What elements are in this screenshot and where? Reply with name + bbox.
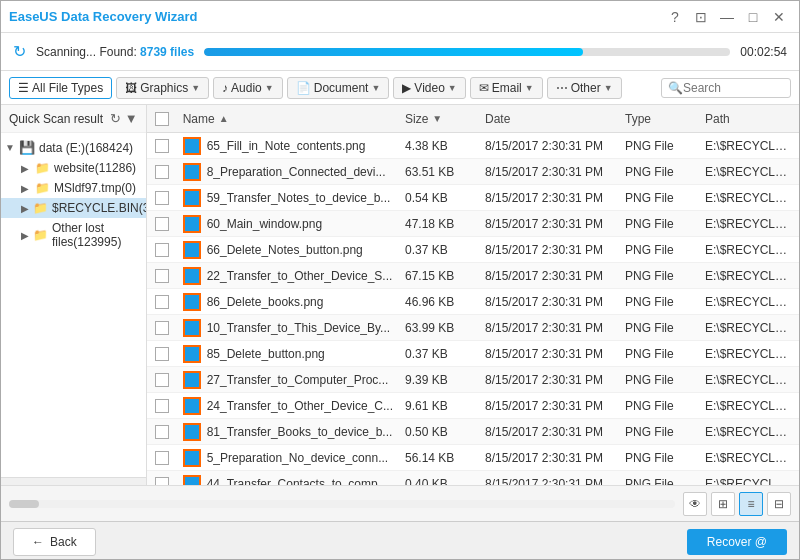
table-row[interactable]: 86_Delete_books.png 46.96 KB 8/15/2017 2… — [147, 289, 799, 315]
header-type[interactable]: Type — [619, 112, 699, 126]
file-name: 65_Fill_in_Note_contents.png — [207, 139, 366, 153]
close-button[interactable]: ✕ — [767, 5, 791, 29]
refresh-icon[interactable]: ↻ — [110, 111, 121, 126]
video-icon: ▶ — [402, 81, 411, 95]
table-row[interactable]: 44_Transfer_Contacts_to_comp... 0.40 KB … — [147, 471, 799, 485]
file-type-cell: PNG File — [619, 243, 699, 257]
folder-icon: 📁 — [35, 181, 50, 195]
tree-item-other-lost[interactable]: ▶ 📁 Other lost files(123995) — [1, 218, 146, 252]
file-list: Name ▲ Size ▼ Date Type Path 65_Fill_in_… — [147, 105, 799, 485]
table-row[interactable]: 59_Transfer_Notes_to_device_b... 0.54 KB… — [147, 185, 799, 211]
horizontal-scrollbar[interactable] — [9, 500, 675, 508]
file-size-cell: 67.15 KB — [399, 269, 479, 283]
row-checkbox[interactable] — [155, 451, 169, 465]
row-checkbox[interactable] — [155, 139, 169, 153]
row-checkbox[interactable] — [155, 191, 169, 205]
file-date-cell: 8/15/2017 2:30:31 PM — [479, 451, 619, 465]
table-row[interactable]: 24_Transfer_to_Other_Device_C... 9.61 KB… — [147, 393, 799, 419]
header-size[interactable]: Size ▼ — [399, 112, 479, 126]
row-checkbox[interactable] — [155, 425, 169, 439]
row-checkbox-cell[interactable] — [147, 373, 177, 387]
register-button[interactable]: ⊡ — [689, 5, 713, 29]
email-icon: ✉ — [479, 81, 489, 95]
table-row[interactable]: 81_Transfer_Books_to_device_b... 0.50 KB… — [147, 419, 799, 445]
maximize-button[interactable]: □ — [741, 5, 765, 29]
table-row[interactable]: 10_Transfer_to_This_Device_By... 63.99 K… — [147, 315, 799, 341]
table-row[interactable]: 22_Transfer_to_Other_Device_S... 67.15 K… — [147, 263, 799, 289]
tree-item-website[interactable]: ▶ 📁 website(11286) — [1, 158, 146, 178]
filter-email[interactable]: ✉ Email ▼ — [470, 77, 543, 99]
row-checkbox-cell[interactable] — [147, 243, 177, 257]
row-checkbox-cell[interactable] — [147, 451, 177, 465]
row-checkbox[interactable] — [155, 269, 169, 283]
minimize-button[interactable]: — — [715, 5, 739, 29]
back-button[interactable]: ← ← Back Back — [13, 528, 96, 556]
file-size-cell: 0.54 KB — [399, 191, 479, 205]
chevron-down-icon[interactable]: ▼ — [125, 111, 138, 126]
back-arrow-icon: ← — [32, 535, 44, 549]
row-checkbox[interactable] — [155, 373, 169, 387]
row-checkbox[interactable] — [155, 217, 169, 231]
select-all-checkbox[interactable] — [155, 112, 169, 126]
grid-view-button[interactable]: ⊞ — [711, 492, 735, 516]
file-list-header: Name ▲ Size ▼ Date Type Path — [147, 105, 799, 133]
table-row[interactable]: 66_Delete_Notes_button.png 0.37 KB 8/15/… — [147, 237, 799, 263]
help-button[interactable]: ? — [663, 5, 687, 29]
filter-video[interactable]: ▶ Video ▼ — [393, 77, 465, 99]
file-name-cell: 65_Fill_in_Note_contents.png — [177, 137, 399, 155]
name-sort-icon: ▲ — [219, 113, 229, 124]
tree-item-msldf97[interactable]: ▶ 📁 MSldf97.tmp(0) — [1, 178, 146, 198]
file-path-cell: E:\$RECYCLE.BI... — [699, 295, 799, 309]
table-row[interactable]: 27_Transfer_to_Computer_Proc... 9.39 KB … — [147, 367, 799, 393]
search-box[interactable]: 🔍 — [661, 78, 791, 98]
file-type-cell: PNG File — [619, 165, 699, 179]
header-path[interactable]: Path — [699, 112, 799, 126]
filter-audio[interactable]: ♪ Audio ▼ — [213, 77, 283, 99]
file-name-cell: 81_Transfer_Books_to_device_b... — [177, 423, 399, 441]
filter-document[interactable]: 📄 Document ▼ — [287, 77, 390, 99]
folder-icon: 📁 — [35, 161, 50, 175]
table-row[interactable]: 5_Preparation_No_device_conn... 56.14 KB… — [147, 445, 799, 471]
row-checkbox-cell[interactable] — [147, 347, 177, 361]
row-checkbox[interactable] — [155, 321, 169, 335]
row-checkbox[interactable] — [155, 477, 169, 486]
row-checkbox-cell[interactable] — [147, 295, 177, 309]
row-checkbox-cell[interactable] — [147, 399, 177, 413]
header-name[interactable]: Name ▲ — [177, 112, 399, 126]
filter-all-file-types[interactable]: ☰ All File Types — [9, 77, 112, 99]
row-checkbox-cell[interactable] — [147, 217, 177, 231]
row-checkbox-cell[interactable] — [147, 321, 177, 335]
row-checkbox-cell[interactable] — [147, 425, 177, 439]
table-row[interactable]: 60_Main_window.png 47.18 KB 8/15/2017 2:… — [147, 211, 799, 237]
filter-graphics[interactable]: 🖼 Graphics ▼ — [116, 77, 209, 99]
list-view-button[interactable]: ≡ — [739, 492, 763, 516]
recover-button[interactable]: Recover @ — [687, 529, 787, 555]
filter-other[interactable]: ⋯ Other ▼ — [547, 77, 622, 99]
file-name-cell: 27_Transfer_to_Computer_Proc... — [177, 371, 399, 389]
row-checkbox-cell[interactable] — [147, 269, 177, 283]
table-row[interactable]: 8_Preparation_Connected_devi... 63.51 KB… — [147, 159, 799, 185]
tree-item-recycle-bin[interactable]: ▶ 📁 $RECYCLE.BIN(33137) — [1, 198, 146, 218]
row-checkbox[interactable] — [155, 399, 169, 413]
details-view-button[interactable]: ⊟ — [767, 492, 791, 516]
file-type-cell: PNG File — [619, 295, 699, 309]
table-row[interactable]: 85_Delete_button.png 0.37 KB 8/15/2017 2… — [147, 341, 799, 367]
table-row[interactable]: 65_Fill_in_Note_contents.png 4.38 KB 8/1… — [147, 133, 799, 159]
header-check[interactable] — [147, 112, 177, 126]
file-date-cell: 8/15/2017 2:30:31 PM — [479, 477, 619, 486]
preview-button[interactable]: 👁 — [683, 492, 707, 516]
row-checkbox[interactable] — [155, 347, 169, 361]
tree-item-data-e[interactable]: ▼ 💾 data (E:)(168424) — [1, 137, 146, 158]
row-checkbox-cell[interactable] — [147, 477, 177, 486]
header-date[interactable]: Date — [479, 112, 619, 126]
row-checkbox-cell[interactable] — [147, 139, 177, 153]
file-size-cell: 0.37 KB — [399, 243, 479, 257]
search-input[interactable] — [683, 81, 784, 95]
row-checkbox[interactable] — [155, 165, 169, 179]
title-bar: EaseUS Data Recovery Wizard ? ⊡ — □ ✕ — [1, 1, 799, 33]
row-checkbox-cell[interactable] — [147, 191, 177, 205]
row-checkbox-cell[interactable] — [147, 165, 177, 179]
row-checkbox[interactable] — [155, 243, 169, 257]
row-checkbox[interactable] — [155, 295, 169, 309]
sidebar-scrollbar[interactable] — [1, 477, 146, 485]
